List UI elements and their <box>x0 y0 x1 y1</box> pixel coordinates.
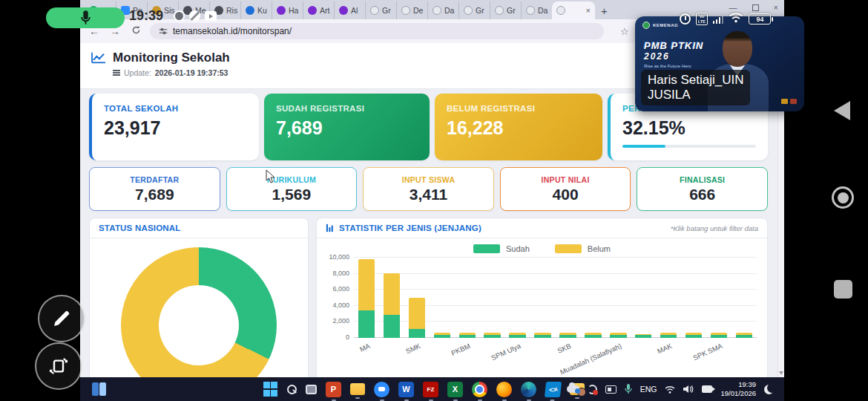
bar-sudah[interactable] <box>685 335 702 338</box>
close-window-button[interactable]: × <box>774 3 778 12</box>
bar-sudah[interactable] <box>610 335 626 338</box>
word-icon[interactable]: W <box>398 382 414 397</box>
tray-overflow-icon[interactable]: ˄ <box>554 385 559 394</box>
bar-sudah[interactable] <box>484 335 500 338</box>
excel-icon[interactable]: X <box>447 382 463 397</box>
bar-belum[interactable] <box>409 298 425 329</box>
stylus-pen-button[interactable] <box>38 295 85 342</box>
bar-sudah[interactable] <box>434 335 450 338</box>
chrome-icon[interactable] <box>472 382 487 397</box>
bar-sudah[interactable] <box>358 310 375 338</box>
video-call-overlay[interactable]: KEMENAG PMB PTKIN 2026 Rise as the Futur… <box>635 16 804 111</box>
tab[interactable]: Ha <box>272 1 303 19</box>
android-recents-button[interactable] <box>834 280 852 299</box>
bar-sudah[interactable] <box>736 335 752 338</box>
bar-belum[interactable] <box>660 333 677 335</box>
stage-card-input-nilai[interactable]: INPUT NILAI400 <box>500 167 631 211</box>
android-home-button[interactable] <box>832 186 854 209</box>
bar-belum[interactable] <box>559 333 576 335</box>
legend-item-sudah[interactable]: Sudah <box>473 244 530 253</box>
purple-favicon-icon <box>277 6 286 15</box>
bar-sudah[interactable] <box>534 335 550 338</box>
tab[interactable]: Da <box>521 1 552 19</box>
bar-sudah[interactable] <box>585 335 601 338</box>
taskbar-clock[interactable]: 19:39 19/01/2026 <box>720 380 756 398</box>
explorer-icon[interactable] <box>350 383 365 395</box>
running-indicator <box>453 400 458 401</box>
onedrive-icon[interactable] <box>567 385 579 393</box>
microphone-tray-icon[interactable] <box>625 384 632 394</box>
bar-sudah[interactable] <box>384 315 400 338</box>
volume-icon[interactable] <box>683 385 694 394</box>
bar-belum[interactable] <box>610 333 626 335</box>
tab[interactable]: Gr <box>365 1 396 19</box>
widgets-icon[interactable] <box>92 382 106 396</box>
tab[interactable]: De <box>396 1 427 19</box>
youtube-notification-icon <box>205 11 217 21</box>
taskview-icon[interactable] <box>306 385 317 394</box>
legend-label: Sudah <box>506 244 530 253</box>
fz-icon[interactable]: FZ <box>423 382 438 397</box>
bar-sudah[interactable] <box>660 335 677 338</box>
scroll-down-icon[interactable] <box>779 371 783 375</box>
maximize-button[interactable] <box>752 4 759 11</box>
address-bar[interactable]: temansekolah.id/monitorspan/ <box>150 23 604 39</box>
update-icon <box>113 69 120 76</box>
bar-sudah[interactable] <box>559 335 576 338</box>
firefox-icon[interactable] <box>496 382 512 397</box>
tab-active[interactable]: × <box>552 1 595 19</box>
stage-card-finalisasi[interactable]: FINALISASI666 <box>637 167 768 211</box>
tab[interactable]: Al <box>334 1 365 19</box>
stage-card-value: 7,689 <box>135 186 174 203</box>
bar-sudah[interactable] <box>509 335 525 338</box>
android-back-button[interactable] <box>834 101 850 120</box>
wifi-tray-icon[interactable] <box>665 385 675 394</box>
focus-moon-icon[interactable] <box>764 385 774 394</box>
rotate-screen-button[interactable] <box>35 342 82 390</box>
bar-belum[interactable] <box>384 273 400 316</box>
new-tab-button[interactable]: + <box>601 4 608 17</box>
bar-belum[interactable] <box>685 333 702 335</box>
tab[interactable]: Gr <box>490 1 521 19</box>
bar-belum[interactable] <box>711 333 727 335</box>
bar-belum[interactable] <box>534 333 550 335</box>
reload-icon[interactable] <box>129 25 142 37</box>
bar-belum[interactable] <box>459 333 476 335</box>
bar-belum[interactable] <box>736 333 752 335</box>
bar-belum[interactable] <box>358 259 375 310</box>
site-settings-icon[interactable] <box>159 27 168 36</box>
zoomapp-icon[interactable] <box>374 382 389 397</box>
language-indicator[interactable]: ENG <box>640 385 657 394</box>
stage-card-value: 1,569 <box>272 186 312 203</box>
bar-sudah[interactable] <box>459 335 476 338</box>
tab[interactable]: Art <box>303 1 334 19</box>
search-icon[interactable] <box>287 385 297 394</box>
stage-card-terdaftar[interactable]: TERDAFTAR7,689 <box>89 167 220 211</box>
tab[interactable]: Ku <box>240 1 272 19</box>
legend-item-belum[interactable]: Belum <box>555 244 611 253</box>
meet-now-icon[interactable] <box>605 385 617 394</box>
mic-active-pill[interactable] <box>46 7 125 28</box>
tab[interactable]: Da <box>427 1 458 19</box>
bar-belum[interactable] <box>509 333 525 335</box>
minimize-button[interactable]: — <box>729 3 737 12</box>
ppt-icon[interactable]: P <box>326 382 341 397</box>
stage-card-input-siswa[interactable]: INPUT SISWA3,411 <box>363 167 494 211</box>
sync-icon[interactable] <box>588 385 597 394</box>
stage-card-kurikulum[interactable]: KURIKULUM1,569 <box>226 167 358 211</box>
edge-icon[interactable] <box>521 382 536 397</box>
camera-tray-icon[interactable] <box>702 385 712 393</box>
bar-sudah[interactable] <box>711 335 727 338</box>
y-axis-tick: 2,000 <box>320 317 349 325</box>
start-icon[interactable] <box>263 382 278 397</box>
bar-belum[interactable] <box>484 333 500 335</box>
event-banner: PMB PTKIN 2026 Rise as the Future Hero <box>644 40 704 68</box>
bookmark-star-icon[interactable]: ☆ <box>620 26 629 37</box>
tab-close-icon[interactable]: × <box>586 6 591 15</box>
tab[interactable]: Gr <box>458 1 490 19</box>
bar-sudah[interactable] <box>635 335 651 338</box>
bar-belum[interactable] <box>585 333 601 335</box>
canva-favicon-icon <box>246 6 254 15</box>
bar-sudah[interactable] <box>409 329 425 338</box>
bar-belum[interactable] <box>434 333 450 335</box>
